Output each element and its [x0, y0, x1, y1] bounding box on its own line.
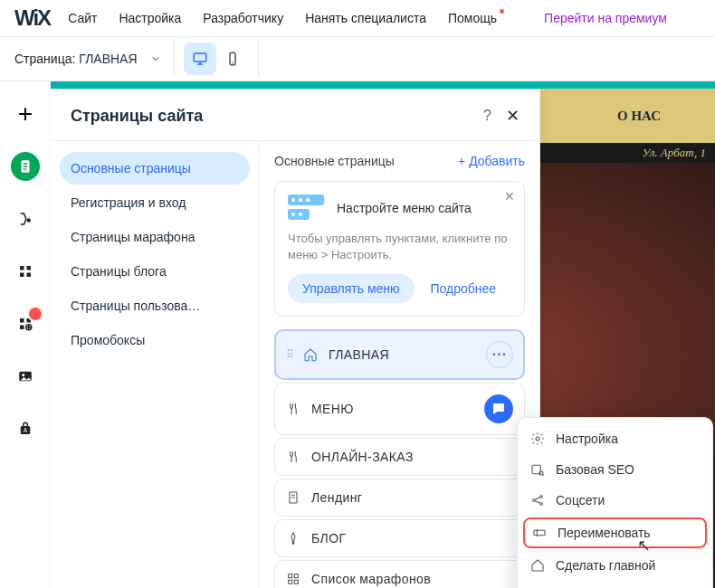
- menu-help[interactable]: Помощь: [448, 11, 497, 25]
- site-nav-about[interactable]: О НАС: [617, 109, 661, 124]
- ctx-rename[interactable]: Переименовать ↖: [523, 517, 707, 548]
- notification-badge: [27, 306, 43, 322]
- page-label: ОНЛАЙН-ЗАКАЗ: [311, 450, 513, 464]
- page-label: Лендинг: [311, 490, 513, 505]
- page-label: ГЛАВНАЯ: [329, 347, 475, 362]
- media-icon: [17, 368, 33, 384]
- page-row-marathons[interactable]: Список марафонов: [274, 560, 525, 588]
- svg-rect-8: [27, 273, 32, 278]
- svg-rect-0: [194, 53, 206, 62]
- pages-section-title: Основные страницы: [274, 154, 395, 168]
- ctx-hide[interactable]: Скрыть из главного меню: [518, 581, 712, 588]
- rail-addons[interactable]: [11, 309, 40, 338]
- page-more-button[interactable]: ···: [486, 341, 513, 368]
- mobile-view-button[interactable]: [216, 43, 249, 75]
- mobile-icon: [224, 51, 241, 67]
- card-title: Настройте меню сайта: [337, 201, 472, 215]
- learn-more-link[interactable]: Подробнее: [431, 281, 497, 296]
- wix-logo: WiX: [14, 5, 50, 31]
- bag-icon: A: [17, 421, 33, 437]
- svg-point-27: [540, 503, 543, 506]
- fork-icon: [286, 402, 300, 416]
- svg-text:A: A: [24, 427, 28, 433]
- divider: [174, 41, 175, 77]
- pen-icon: [286, 531, 300, 545]
- theme-icon: [17, 211, 33, 227]
- svg-point-4: [27, 218, 32, 223]
- rail-apps[interactable]: [11, 257, 40, 286]
- svg-rect-6: [27, 266, 32, 270]
- card-desc: Чтобы управлять пунктами, кликните по ме…: [288, 231, 511, 263]
- category-user[interactable]: Страницы пользова…: [60, 289, 250, 322]
- top-bar: WiX Сайт Настройка Разработчику Нанять с…: [0, 0, 715, 37]
- pages-column: Основные страницы + Добавить ✕ Настройте…: [259, 141, 539, 588]
- svg-rect-28: [534, 530, 545, 535]
- chat-icon: [491, 401, 507, 417]
- page-label: МЕНЮ: [311, 402, 473, 416]
- menu-site[interactable]: Сайт: [68, 11, 97, 25]
- ctx-label: Базовая SEO: [556, 462, 634, 477]
- gear-icon: [530, 432, 545, 446]
- category-promo[interactable]: Промобоксы: [60, 324, 250, 356]
- rail-add[interactable]: +: [11, 100, 40, 128]
- manage-menu-button[interactable]: Управлять меню: [288, 274, 415, 303]
- share-icon: [530, 493, 545, 507]
- site-address-text: Ул. Арбат, 1: [643, 146, 706, 160]
- page-chat-button[interactable]: [484, 394, 513, 423]
- top-menu: Сайт Настройка Разработчику Нанять специ…: [68, 11, 667, 25]
- desktop-icon: [192, 51, 208, 67]
- accent-strip: [51, 81, 715, 89]
- panel-close-button[interactable]: ✕: [506, 106, 520, 126]
- svg-rect-5: [20, 266, 24, 270]
- category-marathon[interactable]: Страницы марафона: [60, 221, 250, 253]
- svg-rect-20: [289, 581, 292, 584]
- page-row-home[interactable]: ⠿ ГЛАВНАЯ ···: [274, 329, 525, 380]
- ctx-seo[interactable]: Базовая SEO: [518, 454, 712, 485]
- fork-icon: [286, 450, 300, 464]
- seo-icon: [530, 462, 545, 477]
- page-row-menu[interactable]: МЕНЮ: [274, 383, 525, 435]
- category-main[interactable]: Основные страницы: [60, 152, 250, 185]
- ctx-social[interactable]: Соцсети: [518, 485, 712, 516]
- card-close-button[interactable]: ✕: [504, 189, 515, 204]
- drag-handle-icon[interactable]: ⠿: [286, 348, 292, 361]
- menu-setup-card: ✕ Настройте меню сайта Чтобы управлять п…: [274, 181, 525, 317]
- category-blog[interactable]: Страницы блога: [60, 255, 250, 288]
- grid-icon: [286, 572, 300, 586]
- svg-rect-11: [20, 326, 24, 330]
- apps-icon: [17, 263, 33, 280]
- upgrade-link[interactable]: Перейти на премиум: [544, 11, 667, 25]
- menu-settings[interactable]: Настройка: [119, 11, 181, 25]
- rail-pages[interactable]: [11, 152, 40, 181]
- ctx-label: Сделать главной: [556, 558, 655, 573]
- ctx-set-home[interactable]: Сделать главной: [518, 550, 712, 581]
- page-row-order[interactable]: ОНЛАЙН-ЗАКАЗ: [274, 438, 525, 476]
- desktop-view-button[interactable]: [184, 43, 216, 75]
- menu-dev[interactable]: Разработчику: [203, 11, 283, 25]
- page-row-blog[interactable]: БЛОГ: [274, 519, 525, 557]
- ctx-settings[interactable]: Настройка: [518, 423, 712, 454]
- menu-hire[interactable]: Нанять специалиста: [305, 11, 426, 25]
- rail-theme[interactable]: [11, 204, 40, 233]
- page-dropdown-chevron[interactable]: [147, 50, 165, 68]
- svg-rect-19: [294, 574, 298, 578]
- svg-rect-18: [289, 574, 292, 578]
- cursor-icon: ↖: [637, 536, 651, 555]
- add-page-button[interactable]: + Добавить: [458, 154, 525, 168]
- rail-media[interactable]: [11, 362, 40, 391]
- rail-business[interactable]: A: [11, 414, 40, 443]
- workspace: + A О НАС Ул. Арбат, 1: [0, 81, 715, 588]
- chevron-down-icon: [149, 52, 162, 65]
- page-icon: [17, 158, 33, 175]
- page-list: ⠿ ГЛАВНАЯ ··· МЕНЮ ОНЛАЙН-: [274, 329, 525, 588]
- ctx-label: Соцсети: [556, 493, 605, 507]
- page-row-landing[interactable]: Лендинг: [274, 479, 525, 517]
- page-label: Страница:: [14, 52, 75, 66]
- svg-point-26: [540, 496, 543, 498]
- current-page-name: ГЛАВНАЯ: [79, 52, 137, 66]
- second-bar: Страница: ГЛАВНАЯ: [0, 37, 715, 81]
- svg-rect-7: [20, 273, 24, 278]
- category-auth[interactable]: Регистрация и вход: [60, 186, 250, 219]
- panel-help-button[interactable]: ?: [483, 108, 491, 124]
- left-rail: + A: [0, 81, 51, 588]
